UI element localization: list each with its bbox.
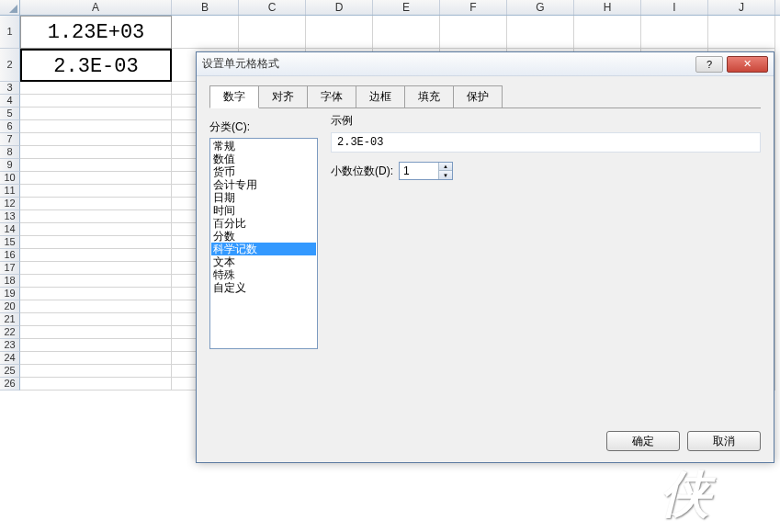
row-header[interactable]: 8	[0, 146, 20, 159]
row-header[interactable]: 5	[0, 108, 20, 120]
cell[interactable]	[641, 16, 708, 49]
category-item[interactable]: 科学记数	[211, 243, 316, 255]
row-header[interactable]: 4	[0, 95, 20, 108]
spin-up-icon[interactable]: ▲	[438, 163, 452, 171]
row-header[interactable]: 22	[0, 326, 20, 339]
ok-button[interactable]: 确定	[606, 431, 680, 451]
cell[interactable]: 2.3E-03	[20, 49, 172, 82]
col-header-A[interactable]: A	[20, 0, 172, 15]
category-item[interactable]: 时间	[211, 204, 316, 217]
cell[interactable]	[20, 159, 172, 172]
row-header[interactable]: 20	[0, 300, 20, 313]
tab-5[interactable]: 保护	[453, 85, 503, 108]
category-item[interactable]: 百分比	[211, 217, 316, 230]
row-header[interactable]: 7	[0, 133, 20, 146]
cell[interactable]	[20, 313, 172, 326]
select-all-corner[interactable]	[0, 0, 20, 15]
help-button[interactable]: ?	[695, 56, 723, 73]
cell[interactable]	[20, 185, 172, 198]
col-header-D[interactable]: D	[306, 0, 373, 15]
col-header-G[interactable]: G	[507, 0, 574, 15]
col-header-B[interactable]: B	[172, 0, 239, 15]
category-item[interactable]: 日期	[211, 191, 316, 204]
category-item[interactable]: 货币	[211, 165, 316, 178]
cell[interactable]	[20, 210, 172, 223]
col-header-E[interactable]: E	[373, 0, 440, 15]
tab-3[interactable]: 边框	[356, 85, 405, 108]
cell[interactable]	[20, 249, 172, 262]
close-button[interactable]: ✕	[727, 56, 768, 73]
cell[interactable]	[20, 108, 172, 120]
decimal-places-spinner[interactable]: ▲ ▼	[399, 162, 453, 180]
cell[interactable]	[172, 16, 239, 49]
row-header[interactable]: 24	[0, 352, 20, 365]
category-list[interactable]: 常规数值货币会计专用日期时间百分比分数科学记数文本特殊自定义	[209, 138, 318, 349]
cell[interactable]	[20, 95, 172, 108]
tab-2[interactable]: 字体	[307, 85, 356, 108]
category-item[interactable]: 数值	[211, 153, 316, 165]
cell[interactable]	[440, 16, 507, 49]
cell[interactable]	[20, 198, 172, 210]
tab-0[interactable]: 数字	[209, 85, 259, 108]
row-header[interactable]: 6	[0, 120, 20, 133]
cell[interactable]	[20, 339, 172, 352]
tab-4[interactable]: 填充	[404, 85, 454, 108]
cell[interactable]	[20, 326, 172, 339]
cancel-button[interactable]: 取消	[687, 431, 761, 451]
col-header-H[interactable]: H	[574, 0, 641, 15]
cell[interactable]	[507, 16, 574, 49]
cell[interactable]	[20, 262, 172, 275]
row-header[interactable]: 15	[0, 236, 20, 249]
spin-down-icon[interactable]: ▼	[438, 171, 452, 179]
row-header[interactable]: 23	[0, 339, 20, 352]
category-item[interactable]: 文本	[211, 255, 316, 268]
row-header[interactable]: 1	[0, 16, 20, 49]
cell[interactable]	[20, 288, 172, 300]
category-item[interactable]: 分数	[211, 230, 316, 243]
cell[interactable]	[20, 172, 172, 185]
row-header[interactable]: 2	[0, 49, 20, 82]
cell[interactable]	[574, 16, 641, 49]
row-header[interactable]: 10	[0, 172, 20, 185]
decimal-places-input[interactable]	[400, 163, 438, 179]
cell[interactable]	[373, 16, 440, 49]
col-header-I[interactable]: I	[641, 0, 708, 15]
category-item[interactable]: 常规	[211, 140, 316, 153]
category-item[interactable]: 自定义	[211, 281, 316, 294]
cell[interactable]	[20, 223, 172, 236]
cell[interactable]	[20, 275, 172, 288]
col-header-J[interactable]: J	[708, 0, 775, 15]
row-header[interactable]: 16	[0, 249, 20, 262]
category-item[interactable]: 会计专用	[211, 178, 316, 191]
cell[interactable]	[306, 16, 373, 49]
dialog-titlebar[interactable]: 设置单元格格式 ? ✕	[197, 52, 774, 76]
cell[interactable]	[20, 82, 172, 95]
cell[interactable]	[20, 378, 172, 391]
row-header[interactable]: 19	[0, 288, 20, 300]
cell[interactable]: 1.23E+03	[20, 16, 172, 49]
row-header[interactable]: 21	[0, 313, 20, 326]
row-header[interactable]: 9	[0, 159, 20, 172]
cell[interactable]	[20, 236, 172, 249]
cell[interactable]	[20, 133, 172, 146]
col-header-F[interactable]: F	[440, 0, 507, 15]
cell[interactable]	[708, 16, 775, 49]
category-item[interactable]: 特殊	[211, 268, 316, 281]
row-header[interactable]: 12	[0, 198, 20, 210]
cell[interactable]	[20, 352, 172, 365]
col-header-C[interactable]: C	[239, 0, 306, 15]
cell[interactable]	[239, 16, 306, 49]
row-header[interactable]: 25	[0, 365, 20, 378]
cell[interactable]	[20, 300, 172, 313]
row-header[interactable]: 18	[0, 275, 20, 288]
cell[interactable]	[20, 120, 172, 133]
cell[interactable]	[20, 365, 172, 378]
row-header[interactable]: 17	[0, 262, 20, 275]
row-header[interactable]: 3	[0, 82, 20, 95]
tab-1[interactable]: 对齐	[258, 85, 308, 108]
row-header[interactable]: 26	[0, 378, 20, 391]
row-header[interactable]: 14	[0, 223, 20, 236]
cell[interactable]	[20, 146, 172, 159]
row-header[interactable]: 13	[0, 210, 20, 223]
row-header[interactable]: 11	[0, 185, 20, 198]
